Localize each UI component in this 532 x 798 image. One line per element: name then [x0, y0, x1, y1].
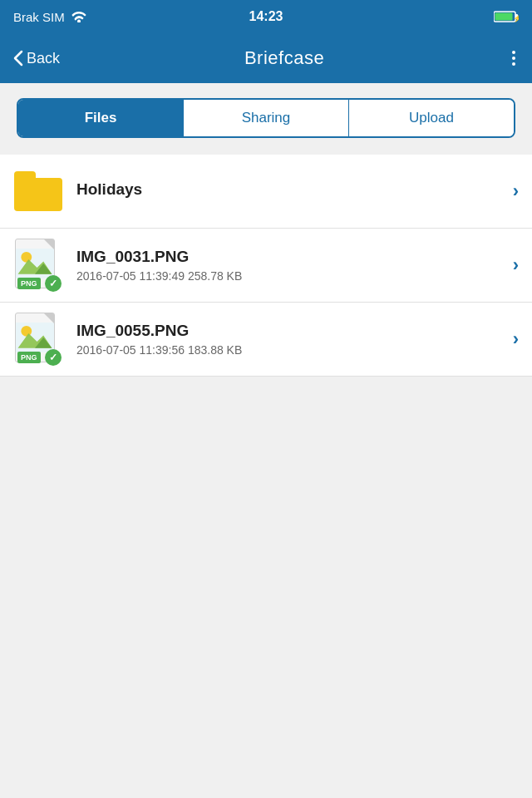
status-left: Brak SIM	[13, 10, 86, 24]
item-name: Holidays	[76, 180, 505, 199]
status-right: ⚡	[494, 10, 519, 23]
carrier-label: Brak SIM	[13, 10, 65, 24]
item-content: Holidays	[76, 180, 505, 202]
nav-bar: Back Briefcase	[0, 33, 532, 83]
png-file-icon: PNG ✓	[13, 240, 63, 290]
png-file-icon: PNG ✓	[13, 314, 63, 364]
chevron-right-icon: ›	[513, 254, 519, 276]
chevron-right-icon: ›	[513, 328, 519, 350]
svg-rect-2	[495, 13, 513, 21]
tab-upload[interactable]: Upload	[349, 100, 514, 136]
tab-files[interactable]: Files	[18, 100, 184, 136]
status-bar: Brak SIM 14:23 ⚡	[0, 0, 532, 33]
tabs-container: Files Sharing Upload	[0, 83, 532, 146]
item-meta: 2016-07-05 11:39:49 258.78 KB	[76, 269, 505, 283]
folder-icon	[13, 166, 63, 216]
list-item[interactable]: PNG ✓ IMG_0055.PNG 2016-07-05 11:39:56 1…	[0, 303, 532, 377]
item-meta: 2016-07-05 11:39:56 183.88 KB	[76, 343, 505, 357]
item-name: IMG_0055.PNG	[76, 322, 505, 340]
status-time: 14:23	[249, 9, 283, 24]
back-chevron-icon	[13, 50, 23, 66]
battery-icon: ⚡	[494, 10, 519, 23]
chevron-right-icon: ›	[513, 180, 519, 202]
list-item[interactable]: Holidays ›	[0, 155, 532, 229]
more-button[interactable]	[509, 47, 519, 69]
page-title: Briefcase	[244, 47, 324, 69]
tab-sharing[interactable]: Sharing	[184, 100, 349, 136]
back-label: Back	[27, 50, 60, 67]
tab-bar: Files Sharing Upload	[17, 98, 515, 138]
item-name: IMG_0031.PNG	[76, 248, 505, 266]
item-content: IMG_0055.PNG 2016-07-05 11:39:56 183.88 …	[76, 322, 505, 357]
file-list: Holidays › PNG ✓ IMG_0031.PNG 20	[0, 155, 532, 377]
item-content: IMG_0031.PNG 2016-07-05 11:39:49 258.78 …	[76, 248, 505, 283]
back-button[interactable]: Back	[13, 50, 60, 67]
svg-text:⚡: ⚡	[513, 13, 520, 23]
list-item[interactable]: PNG ✓ IMG_0031.PNG 2016-07-05 11:39:49 2…	[0, 229, 532, 303]
wifi-icon	[71, 11, 86, 22]
